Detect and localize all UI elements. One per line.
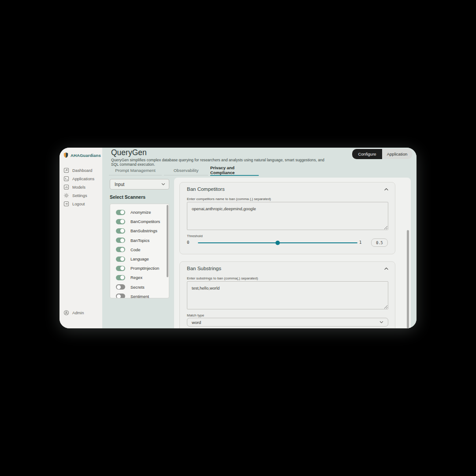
toggle-secrets[interactable]	[116, 284, 125, 290]
match-type-value: word	[192, 320, 201, 325]
view-switcher: Configure Application	[352, 149, 412, 159]
scanner-name: Code	[130, 247, 140, 252]
sidebar-item-logout[interactable]: Logout	[60, 200, 102, 208]
sidebar-item-settings[interactable]: Settings	[60, 191, 102, 200]
threshold-slider[interactable]	[198, 242, 357, 243]
chevron-down-icon	[161, 183, 165, 186]
toggle-sentiment[interactable]	[116, 294, 125, 298]
shield-logo-icon	[63, 152, 69, 158]
sidebar-nav: DashboardApplicationsModelsSettingsLogou…	[60, 166, 102, 208]
scanner-name: Secrets	[130, 285, 145, 290]
tabs: Prompt ManagementObservabilityPrivacy an…	[109, 165, 261, 176]
sidebar-item-label: Applications	[72, 177, 94, 181]
chevron-up-icon[interactable]	[383, 266, 389, 271]
scanner-row-anonymize: Anonymize	[110, 208, 169, 217]
target-selector-dropdown[interactable]: Input	[110, 179, 169, 190]
toggle-knob	[117, 294, 121, 298]
ban-substrings-card: Ban Substrings Enter substrings to ban (…	[179, 261, 395, 328]
toggle-bansubstrings[interactable]	[116, 228, 125, 234]
scanner-name: Language	[130, 257, 149, 261]
toggle-knob	[120, 257, 124, 261]
toggle-anonymize[interactable]	[116, 210, 125, 215]
scanner-name: PromptInjection	[130, 266, 159, 271]
scanner-config-column: Input Select Scanners AnonymizeBanCompet…	[110, 179, 169, 298]
scanner-list-scrollbar[interactable]	[167, 205, 168, 277]
select-scanners-label: Select Scanners	[110, 194, 169, 200]
scanner-row-regex: Regex	[110, 273, 169, 282]
toggle-knob	[120, 248, 124, 252]
scanner-name: Regex	[130, 275, 142, 280]
toggle-bantopics[interactable]	[116, 238, 125, 243]
card-title: Ban Substrings	[187, 266, 221, 271]
chevron-down-icon	[379, 321, 383, 324]
card-title: Ban Competitors	[187, 186, 225, 192]
logo-text: AHAGuardians	[71, 153, 101, 158]
main-area: QueryGen QueryGen simplifies complex dat…	[102, 148, 416, 328]
scanner-row-bantopics: BanTopics	[110, 236, 169, 245]
slider-min-label: 0	[187, 240, 189, 245]
toggle-knob	[120, 210, 124, 214]
substrings-input-label: Enter substrings to ban (comma(,) separa…	[187, 276, 258, 280]
tab-privacy-and-compliance[interactable]: Privacy and Compliance	[210, 165, 259, 176]
match-type-label: Match type	[187, 313, 204, 317]
substrings-input[interactable]: test,hello,world	[187, 281, 388, 309]
slider-max-label: 1	[359, 240, 361, 245]
toggle-code[interactable]	[116, 247, 125, 252]
scanner-row-bansubstrings: BanSubstrings	[110, 226, 169, 235]
models-icon	[63, 184, 69, 190]
application-button[interactable]: Application	[382, 149, 412, 159]
scanner-name: Sentiment	[130, 294, 149, 298]
toggle-knob	[120, 266, 124, 270]
scanner-row-promptinjection: PromptInjection	[110, 264, 169, 273]
sidebar-item-applications[interactable]: Applications	[60, 175, 102, 183]
launch-icon	[63, 167, 69, 173]
competitors-input-label: Enter competitors name to ban (comma (,)…	[187, 197, 271, 201]
sidebar-item-models[interactable]: Models	[60, 183, 102, 191]
scanner-name: BanCompetitors	[130, 219, 160, 224]
panel-scrollbar[interactable]	[407, 230, 409, 328]
sidebar-item-label: Logout	[72, 202, 85, 206]
toggle-promptinjection[interactable]	[116, 266, 125, 271]
threshold-slider-handle[interactable]	[275, 241, 280, 245]
toggle-bancompetitors[interactable]	[116, 219, 125, 224]
scanner-row-bancompetitors: BanCompetitors	[110, 217, 169, 226]
logo: AHAGuardians	[63, 152, 101, 158]
competitors-input[interactable]: openai,anthropic,deepmind,google	[187, 202, 388, 230]
scanner-list: AnonymizeBanCompetitorsBanSubstringsBanT…	[110, 204, 169, 298]
sidebar-item-label: Dashboard	[72, 168, 92, 173]
toggle-language[interactable]	[116, 257, 125, 262]
sidebar-item-label: Models	[72, 185, 86, 190]
sidebar-item-dashboard[interactable]: Dashboard	[60, 166, 102, 175]
tab-prompt-management[interactable]: Prompt Management	[109, 165, 162, 175]
target-selector-value: Input	[115, 182, 124, 187]
scanner-row-language: Language	[110, 254, 169, 264]
match-type-dropdown[interactable]: word	[187, 318, 388, 327]
toggle-knob	[117, 285, 121, 289]
gear-icon	[63, 193, 69, 198]
terminal-icon	[63, 176, 69, 182]
scanner-name: BanSubstrings	[130, 228, 157, 233]
toggle-knob	[120, 275, 124, 279]
chevron-up-icon[interactable]	[383, 186, 389, 192]
sidebar-item-admin[interactable]: Admin	[63, 310, 84, 316]
threshold-slider-row: 0 1 0.5	[180, 238, 395, 247]
sidebar-item-label: Admin	[72, 311, 84, 315]
configure-button[interactable]: Configure	[352, 149, 382, 159]
scanner-name: BanTopics	[130, 238, 149, 243]
threshold-value-box[interactable]: 0.5	[371, 238, 388, 247]
scanner-row-code: Code	[110, 245, 169, 254]
toggle-knob	[120, 238, 124, 242]
scanner-name: Anonymize	[130, 210, 151, 215]
tab-observability[interactable]: Observability	[164, 165, 208, 175]
threshold-label: Threshold	[187, 234, 203, 238]
sidebar-item-label: Settings	[72, 193, 87, 198]
sidebar: AHAGuardians DashboardApplicationsModels…	[60, 148, 102, 328]
logout-icon	[63, 201, 69, 207]
page-title: QueryGen	[111, 148, 147, 157]
toggle-regex[interactable]	[116, 275, 125, 280]
scanner-row-secrets: Secrets	[110, 283, 169, 292]
scanner-row-sentiment: Sentiment	[110, 292, 169, 298]
scanner-settings-panel: Ban Competitors Enter competitors name t…	[174, 178, 411, 328]
toggle-knob	[120, 229, 124, 233]
toggle-knob	[120, 219, 124, 223]
